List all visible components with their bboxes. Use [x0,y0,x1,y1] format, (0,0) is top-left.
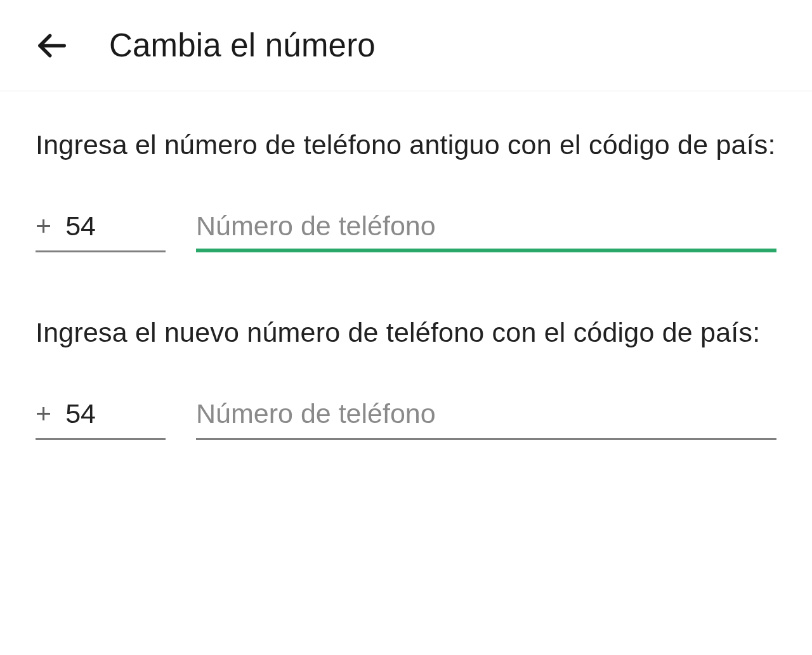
header-bar: Cambia el número [0,0,812,91]
old-number-label: Ingresa el número de teléfono antiguo co… [36,126,776,164]
old-country-code-input[interactable] [65,211,166,242]
page-title: Cambia el número [109,27,376,64]
arrow-left-icon [34,29,69,63]
content-area: Ingresa el número de teléfono antiguo co… [0,91,812,440]
new-phone-wrapper[interactable] [196,398,776,440]
old-number-input-row: + [36,211,776,252]
new-number-section: Ingresa el nuevo número de teléfono con … [36,313,776,440]
new-country-code-input[interactable] [65,398,166,429]
plus-icon: + [36,398,51,429]
new-number-label: Ingresa el nuevo número de teléfono con … [36,313,776,351]
old-phone-input[interactable] [196,211,776,242]
old-number-section: Ingresa el número de teléfono antiguo co… [36,126,776,252]
plus-icon: + [36,211,51,242]
new-phone-input[interactable] [196,398,776,429]
old-country-code-wrapper[interactable]: + [36,211,166,252]
back-button[interactable] [34,29,69,63]
old-phone-wrapper[interactable] [196,211,776,252]
new-number-input-row: + [36,398,776,440]
new-country-code-wrapper[interactable]: + [36,398,166,440]
